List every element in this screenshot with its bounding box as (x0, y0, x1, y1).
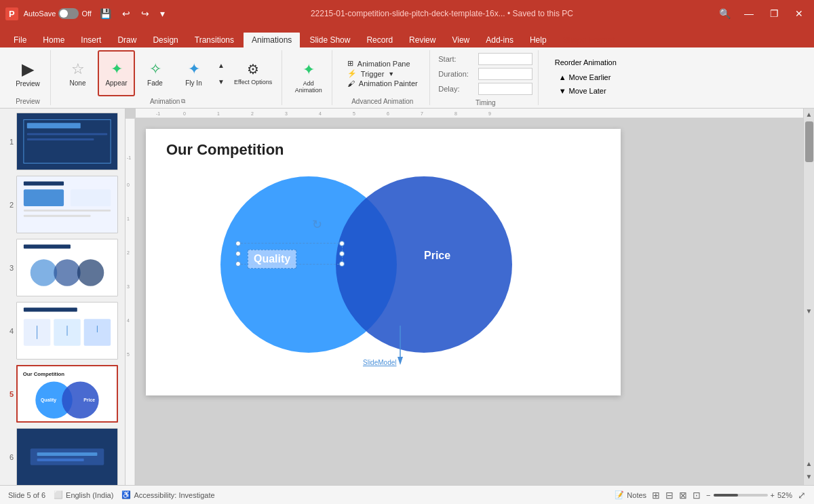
autosave-toggle[interactable]: AutoSave Off (24, 8, 92, 19)
effect-options-label: Effect Options (234, 79, 272, 85)
slide-num-5: 5 (4, 390, 14, 398)
slide-num-1: 1 (4, 138, 14, 146)
handle-middle-left (235, 251, 241, 256)
accessibility-icon: ♿ (121, 490, 131, 499)
scroll-down-arrow[interactable]: ▼ (804, 305, 814, 317)
view-grid-icon[interactable]: ⊟ (665, 490, 674, 501)
add-animation-content: ✦ AddAnimation (291, 50, 326, 104)
svg-text:9: 9 (488, 111, 491, 116)
slide-info: Slide 5 of 6 (8, 491, 45, 499)
svg-text:3: 3 (127, 284, 130, 289)
move-later-button[interactable]: ▼ Move Later (555, 85, 617, 96)
accessibility-text[interactable]: ♿ Accessibility: Investigate (121, 490, 214, 499)
trigger-item[interactable]: ⚡ Trigger ▼ (345, 69, 421, 79)
tab-addins[interactable]: Add-ins (478, 33, 522, 47)
animation-pane-item[interactable]: ⊞ Animation Pane (345, 58, 421, 69)
tab-design[interactable]: Design (144, 33, 186, 47)
ruler-horizontal: -1 0 1 2 3 4 5 6 7 8 9 (136, 109, 814, 119)
slide-title: Our Competition (166, 141, 284, 159)
ribbon-group-preview: ▶ Preview Preview (5, 50, 51, 105)
slide-thumb-4[interactable]: 4 (3, 301, 122, 361)
slide-preview-3 (16, 239, 118, 296)
preview-button[interactable]: ▶ Preview (11, 50, 45, 96)
fit-icon[interactable]: ⤢ (798, 490, 806, 501)
slide-thumb-2[interactable]: 2 (3, 174, 122, 235)
ribbon-group-reorder: Reorder Animation ▲ Move Earlier ▼ Move … (541, 50, 629, 105)
ribbon-group-advanced: ⊞ Animation Pane ⚡ Trigger ▼ 🖌 Animation… (335, 50, 430, 105)
tab-animations[interactable]: Animations (242, 31, 301, 47)
language-text: English (India) (66, 491, 113, 499)
animation-pane-label: Animation Pane (357, 60, 410, 68)
svg-rect-4 (27, 138, 94, 140)
tab-view[interactable]: View (444, 33, 478, 47)
nav-down-arrow[interactable]: ▼ (804, 471, 814, 482)
more-down-button[interactable]: ▼ (214, 74, 229, 89)
flyin-label: Fly In (185, 79, 201, 87)
svg-text:Quality: Quality (41, 398, 56, 403)
title-bar-left: P AutoSave Off 💾 ↩ ↪ ▾ (5, 7, 168, 20)
more-up-button[interactable]: ▲ (214, 58, 229, 73)
svg-rect-12 (24, 244, 71, 248)
svg-rect-9 (24, 210, 111, 212)
tab-draw[interactable]: Draw (109, 33, 144, 47)
ruler-vertical: -1 0 1 2 3 4 5 (125, 119, 136, 485)
svg-text:1: 1 (217, 111, 220, 116)
slide-thumb-6[interactable]: 6 (3, 427, 122, 485)
add-animation-icon: ✦ (303, 61, 315, 79)
notes-button[interactable]: 📝 Notes (615, 490, 646, 499)
none-label: None (70, 79, 86, 87)
flyin-animation-button[interactable]: ✦ Fly In (175, 50, 212, 96)
close-button[interactable]: ✕ (790, 5, 809, 22)
tab-record[interactable]: Record (358, 33, 401, 47)
price-label: Price (424, 250, 450, 262)
effect-options-button[interactable]: ⚙ Effect Options (230, 50, 276, 96)
none-animation-button[interactable]: ☆ None (59, 50, 96, 96)
scroll-thumb[interactable] (805, 121, 813, 162)
right-scrollbar[interactable]: ▲ ▼ ▲ ▼ (803, 109, 814, 485)
autosave-toggle-switch[interactable] (58, 8, 79, 19)
slide-thumb-5[interactable]: 5 Our Competition Quality Price (3, 364, 122, 424)
svg-rect-3 (27, 133, 107, 135)
search-icon[interactable]: 🔍 (716, 7, 733, 20)
scroll-up-arrow[interactable]: ▲ (804, 109, 814, 120)
save-icon[interactable]: 💾 (97, 7, 114, 20)
tab-file[interactable]: File (5, 33, 35, 47)
slide-thumb-1[interactable]: 1 (3, 111, 122, 172)
nav-up-arrow[interactable]: ▲ (804, 458, 814, 469)
duration-input[interactable] (478, 68, 532, 80)
undo-icon[interactable]: ↩ (119, 7, 133, 20)
appear-animation-button[interactable]: ✦ Appear (98, 50, 135, 96)
fade-animation-button[interactable]: ✧ Fade (136, 50, 174, 96)
customize-icon[interactable]: ▾ (157, 7, 168, 20)
add-animation-button[interactable]: ✦ AddAnimation (291, 54, 326, 100)
animation-expand-icon[interactable]: ⧉ (181, 98, 185, 105)
redo-icon[interactable]: ↪ (138, 7, 152, 20)
tab-insert[interactable]: Insert (73, 33, 109, 47)
tab-home[interactable]: Home (35, 33, 73, 47)
view-reading-icon[interactable]: ⊠ (679, 490, 687, 501)
move-earlier-button[interactable]: ▲ Move Earlier (555, 72, 617, 83)
tab-review[interactable]: Review (401, 33, 444, 47)
zoom-in-icon[interactable]: + (771, 491, 775, 499)
tab-shapeformat[interactable]: Shape Format (555, 33, 623, 47)
maximize-button[interactable]: ❐ (764, 5, 784, 22)
start-input[interactable] (478, 53, 532, 65)
zoom-slider[interactable] (714, 494, 768, 497)
animation-painter-item[interactable]: 🖌 Animation Painter (345, 79, 421, 88)
ribbon: ▶ Preview Preview ☆ None ✦ Appear ✧ Fade… (0, 47, 814, 109)
slide-panel: 1 2 (0, 109, 125, 485)
none-star-icon: ☆ (71, 60, 85, 78)
duration-label: Duration: (438, 70, 476, 78)
minimize-button[interactable]: — (739, 5, 759, 22)
delay-input[interactable] (478, 83, 532, 95)
handle-top-right (339, 241, 345, 246)
tab-transitions[interactable]: Transitions (187, 33, 242, 47)
tab-help[interactable]: Help (522, 33, 555, 47)
slide-thumb-3[interactable]: 3 (3, 237, 122, 298)
view-presenter-icon[interactable]: ⊡ (693, 490, 701, 501)
tab-slideshow[interactable]: Slide Show (301, 33, 358, 47)
trigger-label: Trigger (361, 70, 384, 78)
svg-text:4: 4 (127, 318, 130, 323)
view-normal-icon[interactable]: ⊞ (652, 490, 660, 501)
zoom-out-icon[interactable]: − (706, 491, 710, 499)
